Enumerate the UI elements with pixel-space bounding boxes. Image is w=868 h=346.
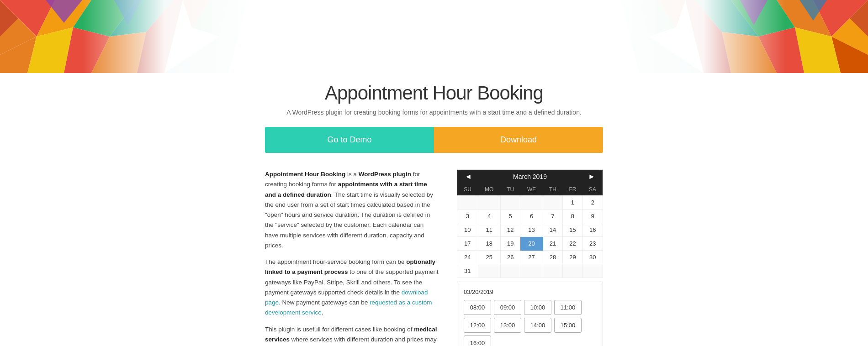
calendar-day [520,196,543,210]
demo-button[interactable]: Go to Demo [265,127,434,153]
description-paragraph-3: This plugin is usefull for different cas… [265,325,439,346]
calendar-day-headers: SUMOTUWETHFRSA [457,183,603,196]
calendar-table: ◄ March 2019 ► SUMOTUWETHFRSA 1234567891… [457,169,603,278]
time-slots-grid: 08:0009:0010:0011:0012:0013:0014:0015:00… [464,300,596,346]
time-slot-button[interactable]: 13:00 [494,318,521,333]
calendar-day[interactable]: 10 [457,223,478,237]
calendar-day-header: TU [500,183,520,196]
calendar-week-row: 10111213141516 [457,223,603,237]
description-text: Appointment Hour Booking is a WordPress … [265,169,439,346]
calendar-day[interactable]: 24 [457,251,478,264]
calendar-week-row: 17181920212223 [457,237,603,251]
calendar-day [478,264,500,278]
geo-decoration [0,0,868,73]
plugin-name: Appointment Hour Booking [265,171,345,178]
calendar-day [563,264,582,278]
calendar-day[interactable]: 25 [478,251,500,264]
calendar-day[interactable]: 4 [478,210,500,223]
calendar-day [543,196,562,210]
calendar-day [543,264,562,278]
time-slot-button[interactable]: 12:00 [464,318,491,333]
custom-dev-link[interactable]: requested as a custom development servic… [265,299,432,316]
main-container: Appointment Hour Booking A WordPress plu… [256,73,612,346]
time-slot-button[interactable]: 10:00 [524,300,551,315]
description-paragraph-1: Appointment Hour Booking is a WordPress … [265,169,439,251]
calendar-day [520,264,543,278]
calendar-day[interactable]: 3 [457,210,478,223]
calendar-day[interactable]: 5 [500,210,520,223]
calendar-day[interactable]: 22 [563,237,582,251]
time-slot-button[interactable]: 08:00 [464,300,491,315]
calendar-day-header: WE [520,183,543,196]
time-slot-button[interactable]: 14:00 [524,318,551,333]
calendar-day [500,196,520,210]
calendar-day [478,196,500,210]
payment-label: optionally linked to a payment process [265,258,435,275]
calendar-day[interactable]: 23 [582,237,603,251]
svg-rect-32 [0,0,274,73]
calendar-day[interactable]: 26 [500,251,520,264]
calendar-day[interactable]: 27 [520,251,543,264]
feature-label: appointments with a start time and a def… [265,181,427,198]
calendar-day[interactable]: 28 [543,251,562,264]
calendar-day[interactable]: 18 [478,237,500,251]
calendar-month-label: March 2019 [513,173,547,180]
calendar-widget: ◄ March 2019 ► SUMOTUWETHFRSA 1234567891… [457,169,603,346]
calendar-day[interactable]: 17 [457,237,478,251]
description-paragraph-2: The appointment hour-service booking for… [265,257,439,318]
medical-label: medical services [265,326,437,343]
calendar-day[interactable]: 14 [543,223,562,237]
calendar-week-row: 3456789 [457,210,603,223]
calendar-day[interactable]: 21 [543,237,562,251]
calendar-day[interactable]: 8 [563,210,582,223]
svg-rect-33 [594,0,868,73]
calendar-day[interactable]: 15 [563,223,582,237]
calendar-day-header: SU [457,183,478,196]
calendar-week-row: 31 [457,264,603,278]
time-slot-button[interactable]: 15:00 [554,318,582,333]
calendar-day[interactable]: 1 [563,196,582,210]
calendar-day[interactable]: 29 [563,251,582,264]
header-background [0,0,868,73]
calendar-day[interactable]: 7 [543,210,562,223]
calendar-day[interactable]: 11 [478,223,500,237]
calendar-day[interactable]: 30 [582,251,603,264]
calendar-day-header: MO [478,183,500,196]
calendar-day[interactable]: 19 [500,237,520,251]
calendar-week-row: 24252627282930 [457,251,603,264]
calendar-day[interactable]: 16 [582,223,603,237]
calendar-body: 1234567891011121314151617181920212223242… [457,196,603,278]
calendar-day[interactable]: 20 [520,237,543,251]
calendar-header: ◄ March 2019 ► [457,170,603,183]
calendar-day[interactable]: 6 [520,210,543,223]
calendar-day[interactable]: 13 [520,223,543,237]
page-subtitle: A WordPress plugin for creating booking … [265,109,603,116]
calendar-day [457,196,478,210]
time-slots-container: 03/20/2019 08:0009:0010:0011:0012:0013:0… [457,282,603,346]
time-slot-button[interactable]: 16:00 [464,336,491,346]
calendar-day-header: TH [543,183,562,196]
download-button[interactable]: Download [434,127,603,153]
calendar-day[interactable]: 9 [582,210,603,223]
calendar-next-button[interactable]: ► [584,173,599,181]
calendar-day [582,264,603,278]
calendar-day[interactable]: 31 [457,264,478,278]
calendar-day[interactable]: 12 [500,223,520,237]
time-slot-button[interactable]: 11:00 [554,300,582,315]
calendar-day [500,264,520,278]
calendar-day[interactable]: 2 [582,196,603,210]
calendar-day-header: FR [563,183,582,196]
cta-buttons: Go to Demo Download [265,127,603,153]
calendar-week-row: 12 [457,196,603,210]
calendar-day-header: SA [582,183,603,196]
wp-plugin-label: WordPress plugin [359,171,411,178]
content-area: Appointment Hour Booking is a WordPress … [265,169,603,346]
calendar-prev-button[interactable]: ◄ [461,173,476,181]
page-title: Appointment Hour Booking [265,82,603,104]
time-slot-button[interactable]: 09:00 [494,300,521,315]
time-date-label: 03/20/2019 [464,288,596,295]
